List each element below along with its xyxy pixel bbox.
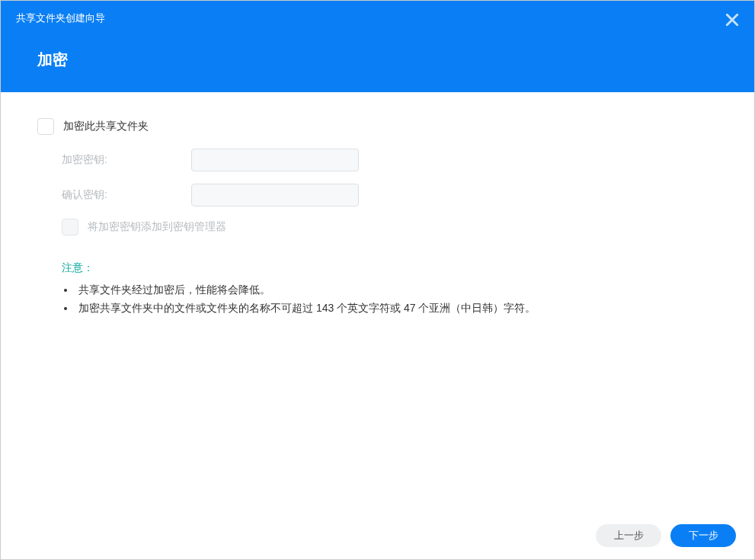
dialog-title: 共享文件夹创建向导 [1, 1, 754, 25]
prev-button[interactable]: 上一步 [596, 524, 661, 547]
notice-title: 注意： [37, 261, 718, 275]
notice-list: 共享文件夹经过加密后，性能将会降低。 加密共享文件夹中的文件或文件夹的名称不可超… [37, 281, 718, 318]
encrypt-checkbox[interactable] [37, 118, 54, 135]
dialog-content: 加密此共享文件夹 加密密钥: 确认密钥: 将加密密钥添加到密钥管理器 注意： 共… [1, 92, 754, 318]
encryption-key-input [191, 149, 359, 171]
encrypt-checkbox-label: 加密此共享文件夹 [63, 120, 149, 133]
dialog-footer: 上一步 下一步 [596, 524, 736, 547]
notice-item: 加密共享文件夹中的文件或文件夹的名称不可超过 143 个英文字符或 47 个亚洲… [75, 299, 718, 318]
confirm-key-input [191, 184, 359, 206]
add-to-manager-label: 将加密密钥添加到密钥管理器 [88, 220, 226, 234]
notice-item: 共享文件夹经过加密后，性能将会降低。 [75, 281, 718, 299]
dialog-header: 共享文件夹创建向导 加密 [1, 1, 754, 92]
encryption-key-row: 加密密钥: [37, 149, 718, 171]
dialog-subtitle: 加密 [1, 25, 754, 70]
encryption-key-label: 加密密钥: [62, 153, 191, 167]
add-to-manager-checkbox [62, 219, 78, 235]
add-to-manager-row: 将加密密钥添加到密钥管理器 [37, 219, 718, 235]
confirm-key-row: 确认密钥: [37, 184, 718, 206]
confirm-key-label: 确认密钥: [62, 188, 191, 202]
next-button[interactable]: 下一步 [670, 524, 736, 547]
close-icon[interactable] [725, 13, 739, 27]
encrypt-checkbox-row: 加密此共享文件夹 [37, 118, 718, 135]
